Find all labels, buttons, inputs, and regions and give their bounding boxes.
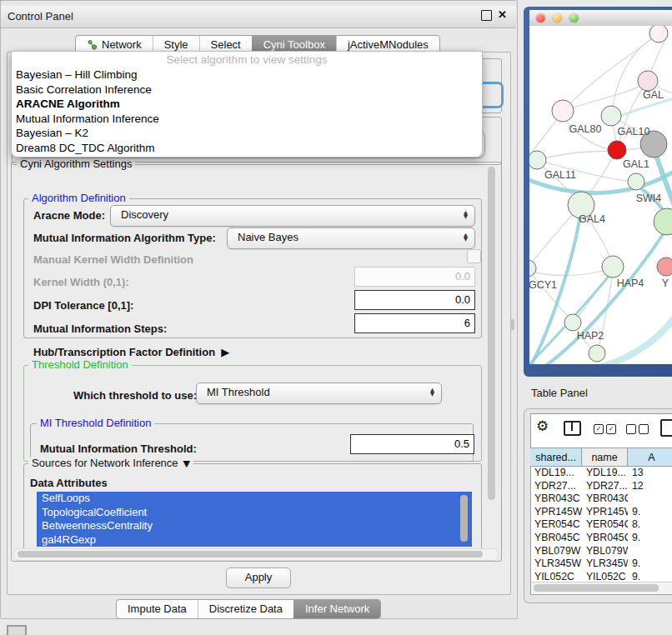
table-cell[interactable]: 12 bbox=[628, 480, 672, 493]
hub-transcription-factor-section[interactable]: Hub/Transcription Factor Definition▶ bbox=[33, 346, 229, 358]
attribute-item-gal4rgexp[interactable]: gal4RGexp bbox=[37, 533, 472, 548]
traffic-light-zoom-icon[interactable] bbox=[569, 13, 579, 22]
table-cell[interactable]: YDR27... bbox=[530, 480, 582, 493]
table-row[interactable]: YBL079WYBL079W bbox=[530, 545, 672, 558]
network-node-hap4[interactable] bbox=[602, 256, 624, 278]
document-icon[interactable] bbox=[660, 419, 672, 437]
mi-threshold-field[interactable]: 0.5 bbox=[350, 434, 474, 454]
settings-horizontal-scrollbar[interactable] bbox=[13, 548, 499, 561]
table-cell[interactable]: YDL19... bbox=[530, 467, 582, 480]
table-cell[interactable]: YBR045C bbox=[530, 532, 582, 545]
network-node-gcy1[interactable] bbox=[529, 260, 536, 277]
mi-algorithm-type-combobox[interactable]: Naive Bayes ▲▼ bbox=[227, 228, 475, 249]
network-node-gal[interactable] bbox=[638, 71, 658, 91]
which-threshold-combobox[interactable]: MI Threshold ▲▼ bbox=[196, 382, 442, 404]
network-node[interactable] bbox=[654, 208, 672, 235]
table-cell[interactable]: 9. bbox=[628, 558, 672, 571]
algorithm-option-bayesian-hill-climbing[interactable]: Bayesian – Hill Climbing bbox=[12, 68, 482, 82]
network-node-gal1[interactable] bbox=[608, 141, 626, 159]
float-window-icon[interactable] bbox=[481, 10, 492, 21]
table-cell[interactable]: 13 bbox=[628, 467, 672, 480]
aracne-mode-combobox[interactable]: Discovery ▲▼ bbox=[110, 205, 475, 227]
table-scrollbar-thumb[interactable] bbox=[534, 584, 659, 592]
table-row[interactable]: YLR345WYLR345W9. bbox=[530, 558, 672, 571]
table-cell[interactable]: YBL079W bbox=[582, 545, 628, 558]
table-cell[interactable]: YER054C bbox=[530, 518, 582, 532]
panel-divider-handle[interactable] bbox=[510, 319, 514, 330]
algorithm-option-dream8-dc-tdc-algorithm[interactable]: Dream8 DC_TDC Algorithm bbox=[12, 141, 482, 156]
traffic-light-minimize-icon[interactable] bbox=[553, 13, 562, 22]
horizontal-scrollbar-thumb[interactable] bbox=[18, 551, 483, 558]
table-cell[interactable]: 8. bbox=[628, 518, 672, 532]
attribute-item-topologicalcoefficient[interactable]: TopologicalCoefficient bbox=[37, 506, 472, 520]
table-horizontal-scrollbar[interactable] bbox=[531, 582, 672, 593]
network-node[interactable] bbox=[589, 345, 605, 362]
table-cell[interactable]: YLR345W bbox=[530, 558, 582, 571]
network-window-titlebar[interactable] bbox=[529, 10, 672, 27]
algorithm-option-mutual-information-inference[interactable]: Mutual Information Inference bbox=[12, 112, 482, 127]
tab-discretize-data[interactable]: Discretize Data bbox=[198, 600, 293, 618]
table-cell[interactable]: YDL19... bbox=[582, 467, 628, 480]
kernel-width-field[interactable]: 0.0 bbox=[354, 267, 475, 287]
table-row[interactable]: YER054CYER054C8. bbox=[530, 518, 672, 532]
column-header-a[interactable]: A bbox=[628, 448, 672, 467]
table-cell[interactable]: YBR043C bbox=[582, 492, 628, 506]
stepper-arrows-icon[interactable]: ▲▼ bbox=[430, 385, 434, 397]
table-cell[interactable] bbox=[628, 545, 672, 558]
network-canvas[interactable]: GALGAL80GAL10GAL1GAL11SWI4GAL4GCY1HAP4YH… bbox=[529, 26, 672, 364]
table-cell[interactable]: 9. bbox=[628, 571, 672, 582]
algorithm-option-aracne-algorithm[interactable]: ARACNE Algorithm bbox=[12, 97, 482, 112]
apply-button[interactable]: Apply bbox=[226, 568, 291, 588]
select-all-checkboxes-icon[interactable]: ✓✓ bbox=[594, 424, 616, 434]
minimized-panel-button[interactable] bbox=[7, 625, 27, 635]
mi-steps-field[interactable]: 6 bbox=[354, 313, 475, 333]
table-cell[interactable]: YIL052C bbox=[530, 571, 582, 582]
table-cell[interactable]: YDR27... bbox=[582, 480, 628, 493]
table-cell[interactable]: 9. bbox=[628, 532, 672, 545]
dpi-tolerance-field[interactable]: 0.0 bbox=[354, 290, 475, 310]
network-node-gal11[interactable] bbox=[529, 151, 546, 169]
table-cell[interactable]: YBR045C bbox=[582, 532, 628, 545]
split-columns-icon[interactable] bbox=[564, 421, 581, 436]
table-cell[interactable]: YIL052C bbox=[582, 571, 628, 582]
table-cell[interactable]: YPR145W bbox=[582, 506, 628, 519]
table-cell[interactable]: YBL079W bbox=[530, 545, 582, 558]
network-node-gal10[interactable] bbox=[601, 106, 621, 126]
traffic-light-close-icon[interactable] bbox=[536, 13, 545, 22]
table-row[interactable]: YDL19...YDL19...13 bbox=[530, 467, 672, 480]
collapse-arrow-icon[interactable]: ▼ bbox=[183, 458, 190, 469]
close-icon[interactable]: ✕ bbox=[498, 8, 507, 21]
table-cell[interactable]: YER054C bbox=[582, 518, 628, 532]
stepper-arrows-icon[interactable]: ▲▼ bbox=[464, 208, 468, 219]
tab-impute-data[interactable]: Impute Data bbox=[117, 600, 198, 618]
table-cell[interactable]: YLR345W bbox=[582, 558, 628, 571]
table-row[interactable]: YDR27...YDR27...12 bbox=[530, 480, 672, 493]
expand-arrow-icon[interactable]: ▶ bbox=[221, 346, 229, 358]
table-row[interactable]: YBR045CYBR045C9. bbox=[530, 532, 672, 545]
algorithm-option-bayesian-k2[interactable]: Bayesian – K2 bbox=[12, 126, 482, 141]
table-row[interactable]: YBR043CYBR043C bbox=[530, 492, 672, 506]
network-node[interactable] bbox=[649, 26, 668, 42]
data-attributes-list[interactable]: SelfLoopsTopologicalCoefficientBetweenne… bbox=[37, 492, 472, 547]
table-cell[interactable]: YBR043C bbox=[530, 492, 582, 506]
network-node-y[interactable] bbox=[657, 258, 672, 276]
gear-icon[interactable]: ⚙ bbox=[536, 418, 549, 433]
algorithm-option-basic-correlation-inference[interactable]: Basic Correlation Inference bbox=[12, 82, 482, 98]
tab-infer-network[interactable]: Infer Network bbox=[293, 600, 380, 618]
network-node-swi4[interactable] bbox=[628, 173, 644, 190]
attribute-item-selfloops[interactable]: SelfLoops bbox=[37, 492, 472, 506]
column-header-shared[interactable]: shared... bbox=[530, 448, 582, 467]
attributes-list-scrollbar[interactable] bbox=[460, 495, 468, 542]
settings-vertical-scrollbar[interactable] bbox=[488, 167, 495, 500]
table-cell[interactable]: 9. bbox=[628, 506, 672, 519]
manual-kernel-checkbox[interactable] bbox=[467, 249, 481, 263]
table-cell[interactable] bbox=[628, 492, 672, 506]
table-row[interactable]: YIL052CYIL052C9. bbox=[530, 571, 672, 582]
table-cell[interactable]: YPR145W bbox=[530, 506, 582, 519]
table-row[interactable]: YPR145WYPR145W9. bbox=[530, 506, 672, 519]
column-header-name[interactable]: name bbox=[582, 448, 628, 467]
stepper-arrows-icon[interactable]: ▲▼ bbox=[464, 230, 468, 242]
attribute-item-betweennesscentrality[interactable]: BetweennessCentrality bbox=[37, 519, 472, 533]
deselect-checkboxes-icon[interactable] bbox=[626, 424, 649, 434]
network-node-hap2[interactable] bbox=[564, 314, 581, 331]
